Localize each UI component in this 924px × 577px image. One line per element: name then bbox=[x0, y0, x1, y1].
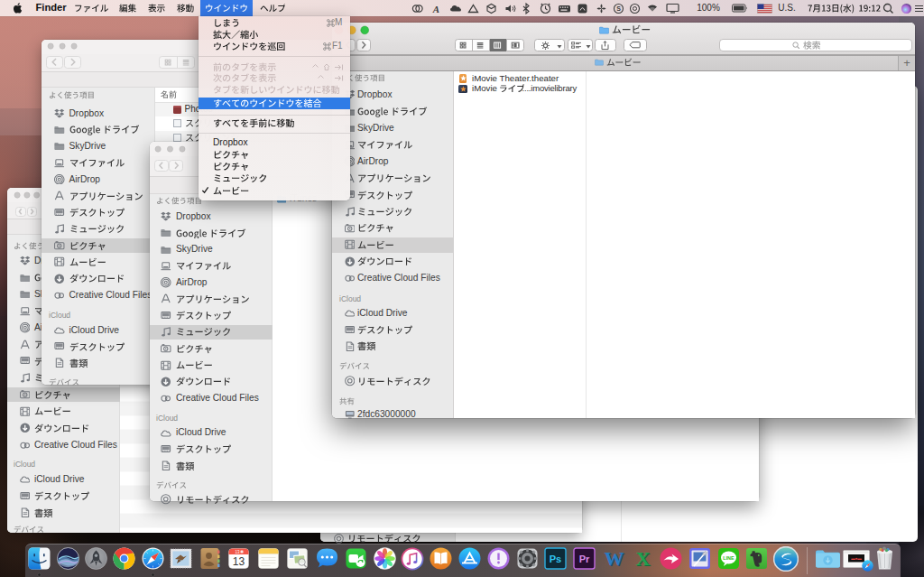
svg-text:13: 13 bbox=[233, 555, 245, 568]
svg-text:A: A bbox=[431, 3, 439, 14]
svg-text:W: W bbox=[605, 547, 624, 570]
svg-text:Pr: Pr bbox=[579, 554, 590, 564]
svg-text:13: 13 bbox=[236, 550, 241, 554]
svg-text:X: X bbox=[636, 547, 651, 570]
svg-text:Ps: Ps bbox=[550, 554, 561, 564]
svg-text:LINE: LINE bbox=[723, 555, 735, 561]
svg-text:▬●▬: ▬●▬ bbox=[851, 556, 862, 561]
svg-text:S: S bbox=[616, 5, 621, 12]
